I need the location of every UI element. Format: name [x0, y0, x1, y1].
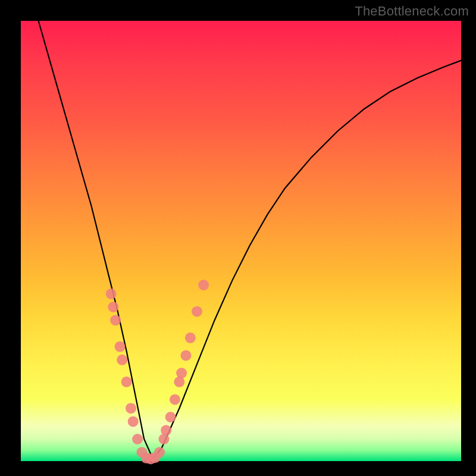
scatter-point: [198, 280, 209, 290]
scatter-point: [117, 355, 127, 365]
bottleneck-curve-path: [39, 21, 461, 459]
scatter-point: [192, 306, 202, 317]
scatter-point: [128, 416, 139, 427]
scatter-point: [121, 377, 132, 387]
scatter-point: [110, 315, 121, 325]
scatter-point: [170, 394, 180, 405]
chart-svg: [21, 21, 461, 461]
scatter-point: [181, 350, 192, 361]
scatter-point: [115, 342, 126, 352]
scatter-point: [154, 447, 165, 458]
scatter-point: [165, 412, 176, 422]
watermark-text: TheBottleneck.com: [355, 4, 469, 19]
scatter-point: [106, 289, 117, 299]
scatter-point: [185, 333, 196, 343]
scatter-point: [126, 403, 136, 414]
scatter-point: [161, 425, 171, 436]
scatter-point: [176, 368, 187, 378]
scatter-point: [108, 302, 118, 312]
scatter-point: [132, 434, 143, 444]
chart-frame: TheBottleneck.com: [0, 0, 476, 476]
